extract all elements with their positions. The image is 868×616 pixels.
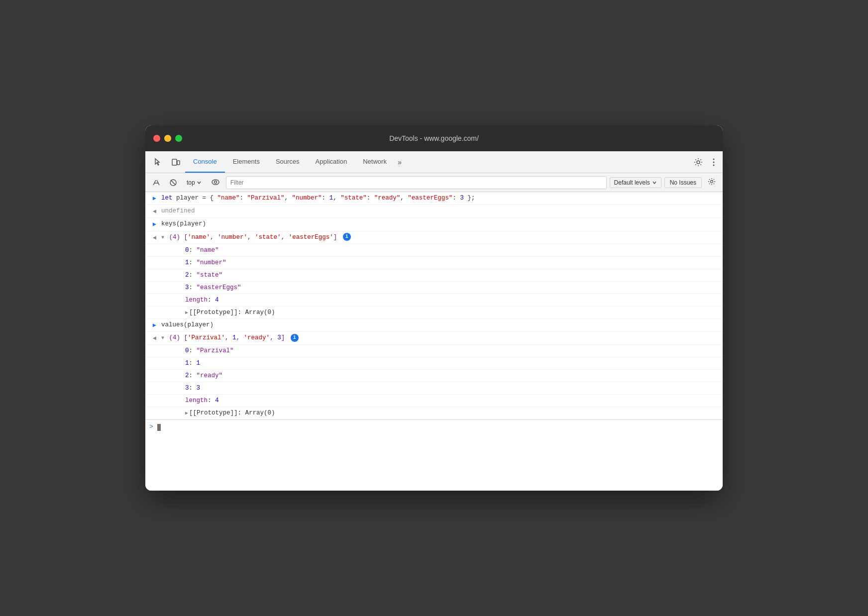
info-badge-2[interactable]: i xyxy=(291,334,299,342)
settings-button[interactable] xyxy=(690,155,707,170)
console-toolbar: top Default levels No Issues xyxy=(145,173,723,192)
line-content: undefined xyxy=(159,206,719,216)
console-line-child: 2: "state" xyxy=(145,269,723,282)
svg-point-8 xyxy=(212,180,219,185)
output-arrow: ◀ xyxy=(153,207,156,216)
toolbar-right xyxy=(690,155,719,170)
line-content: 0: "Parzival" xyxy=(183,346,719,356)
input-prompt: > xyxy=(149,422,153,432)
device-toolbar-button[interactable] xyxy=(167,155,184,170)
collapse-triangle-2[interactable]: ▼ xyxy=(161,334,164,342)
filter-input[interactable] xyxy=(226,176,607,189)
line-content: length: 4 xyxy=(183,295,719,305)
close-button[interactable] xyxy=(153,135,160,142)
tab-elements[interactable]: Elements xyxy=(225,151,268,173)
line-gutter xyxy=(169,371,183,372)
clear-console-button[interactable] xyxy=(149,177,163,189)
prototype-triangle-2[interactable]: ▶ xyxy=(185,410,188,417)
tab-bar: Console Elements Sources Application Net… xyxy=(145,151,723,173)
console-line-child: 2: "ready" xyxy=(145,370,723,382)
console-line: ◀ undefined xyxy=(145,205,723,218)
line-gutter xyxy=(169,383,183,384)
block-icon xyxy=(169,179,177,187)
console-line: ▶ let player = { "name": "Parzival", "nu… xyxy=(145,192,723,205)
console-line-child: 1: "number" xyxy=(145,257,723,269)
console-line: ▶ keys(player) xyxy=(145,218,723,231)
inspect-element-button[interactable] xyxy=(149,155,166,170)
line-content: ▼ (4) ['Parzival', 1, 'ready', 3] i xyxy=(159,333,719,343)
devtools-window: DevTools - www.google.com/ Console Eleme… xyxy=(145,125,723,491)
svg-rect-1 xyxy=(177,161,180,165)
tab-console[interactable]: Console xyxy=(185,151,225,173)
svg-point-5 xyxy=(713,164,715,166)
line-gutter xyxy=(169,358,183,359)
console-line-child: ▶[[Prototype]]: Array(0) xyxy=(145,307,723,319)
console-line-child: ▶[[Prototype]]: Array(0) xyxy=(145,407,723,419)
line-gutter: ◀ xyxy=(145,333,159,343)
chevron-down-icon-2 xyxy=(652,180,657,185)
console-line-child: length: 4 xyxy=(145,395,723,407)
line-content: 1: "number" xyxy=(183,258,719,268)
output-arrow-3: ◀ xyxy=(153,334,156,343)
console-line: ◀ ▼ (4) ['Parzival', 1, 'ready', 3] i xyxy=(145,332,723,345)
line-gutter xyxy=(169,295,183,296)
clear-icon xyxy=(152,179,160,187)
collapse-triangle[interactable]: ▼ xyxy=(161,234,164,242)
line-content: ▼ (4) ['name', 'number', 'state', 'easte… xyxy=(159,232,719,242)
output-arrow-2: ◀ xyxy=(153,233,156,243)
console-line-child: 0: "name" xyxy=(145,244,723,257)
main-tabs: Console Elements Sources Application Net… xyxy=(185,151,689,173)
more-tabs-button[interactable]: » xyxy=(395,151,405,173)
line-content: 1: 1 xyxy=(183,358,719,368)
line-gutter xyxy=(169,258,183,259)
maximize-button[interactable] xyxy=(175,135,182,142)
tab-sources[interactable]: Sources xyxy=(268,151,308,173)
line-gutter xyxy=(169,346,183,347)
line-content: keys(player) xyxy=(159,219,719,229)
line-gutter: ▶ xyxy=(145,219,159,229)
minimize-button[interactable] xyxy=(164,135,171,142)
traffic-lights xyxy=(153,135,182,142)
customize-button[interactable] xyxy=(709,155,719,169)
line-content: values(player) xyxy=(159,320,719,330)
svg-line-7 xyxy=(171,180,176,185)
line-content: 2: "ready" xyxy=(183,371,719,381)
console-output: ▶ let player = { "name": "Parzival", "nu… xyxy=(145,192,723,491)
gear-small-icon xyxy=(708,178,716,186)
svg-point-2 xyxy=(697,161,700,164)
svg-point-9 xyxy=(214,181,217,184)
svg-point-10 xyxy=(711,181,713,183)
line-gutter: ▶ xyxy=(145,320,159,330)
console-line: ◀ ▼ (4) ['name', 'number', 'state', 'eas… xyxy=(145,231,723,244)
line-gutter xyxy=(169,245,183,246)
line-gutter xyxy=(169,270,183,271)
block-requests-button[interactable] xyxy=(166,177,180,189)
input-arrow: ▶ xyxy=(153,194,156,204)
eye-button[interactable] xyxy=(208,176,223,189)
svg-rect-0 xyxy=(172,159,177,165)
line-gutter xyxy=(169,396,183,397)
device-icon xyxy=(171,158,180,167)
console-line-child: 1: 1 xyxy=(145,357,723,370)
titlebar: DevTools - www.google.com/ xyxy=(145,125,723,151)
tab-application[interactable]: Application xyxy=(308,151,355,173)
console-cursor[interactable] xyxy=(157,424,161,431)
console-line-child: 3: "easterEggs" xyxy=(145,282,723,294)
console-line-child: 0: "Parzival" xyxy=(145,345,723,357)
line-gutter xyxy=(169,283,183,284)
line-gutter: ▶ xyxy=(145,193,159,204)
context-selector[interactable]: top xyxy=(183,177,205,188)
line-content: length: 4 xyxy=(183,396,719,406)
line-content: 3: "easterEggs" xyxy=(183,283,719,293)
default-levels-button[interactable]: Default levels xyxy=(610,177,661,188)
line-gutter xyxy=(169,408,183,409)
info-badge[interactable]: i xyxy=(343,233,351,241)
tab-network[interactable]: Network xyxy=(355,151,395,173)
line-content: 2: "state" xyxy=(183,270,719,280)
cursor-icon xyxy=(153,158,162,167)
line-content: ▶[[Prototype]]: Array(0) xyxy=(183,308,719,317)
svg-point-3 xyxy=(713,158,715,160)
no-issues-button[interactable]: No Issues xyxy=(664,177,702,188)
prototype-triangle[interactable]: ▶ xyxy=(185,309,188,317)
console-settings-button[interactable] xyxy=(705,176,719,189)
